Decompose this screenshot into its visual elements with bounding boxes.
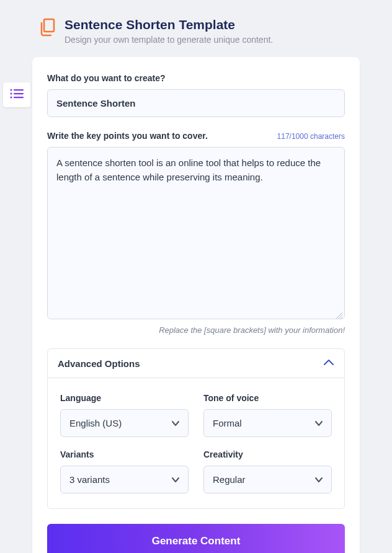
create-input[interactable] [47,89,345,117]
sidebar-toggle-tab[interactable] [3,82,30,107]
svg-rect-6 [44,19,54,32]
svg-rect-3 [14,93,24,94]
variants-label: Variants [60,449,189,459]
svg-rect-1 [14,89,24,91]
chevron-up-icon [323,358,334,369]
page-title: Sentence Shorten Template [65,17,273,32]
advanced-options-title: Advanced Options [58,358,140,369]
advanced-options-toggle[interactable]: Advanced Options [48,349,344,378]
variants-select[interactable]: 3 variants [60,466,189,493]
creativity-label: Creativity [203,449,332,459]
svg-point-4 [11,97,12,99]
language-label: Language [60,393,189,403]
page-subtitle: Design your own template to generate uni… [65,35,273,45]
language-select[interactable]: English (US) [60,409,189,437]
list-icon [10,89,24,101]
advanced-options-accordion: Advanced Options Language English (US) T… [47,348,345,509]
keypoints-label: Write the key points you want to cover. [47,131,208,141]
character-count: 117/1000 characters [277,132,345,141]
page-header: Sentence Shorten Template Design your ow… [0,0,392,57]
keypoints-textarea[interactable] [47,147,345,319]
tone-select[interactable]: Formal [203,409,332,437]
template-form-card: What do you want to create? Write the ke… [32,57,360,553]
advanced-options-body: Language English (US) Tone of voice Form… [48,378,344,508]
bracket-hint: Replace the [square brackets] with your … [47,325,345,335]
creativity-select[interactable]: Regular [203,466,332,493]
svg-point-0 [11,89,12,91]
svg-point-2 [11,93,12,95]
create-label: What do you want to create? [47,73,345,83]
generate-content-button[interactable]: Generate Content [47,524,345,553]
tone-label: Tone of voice [203,393,332,403]
copy-icon [38,19,56,36]
svg-rect-5 [14,97,24,98]
